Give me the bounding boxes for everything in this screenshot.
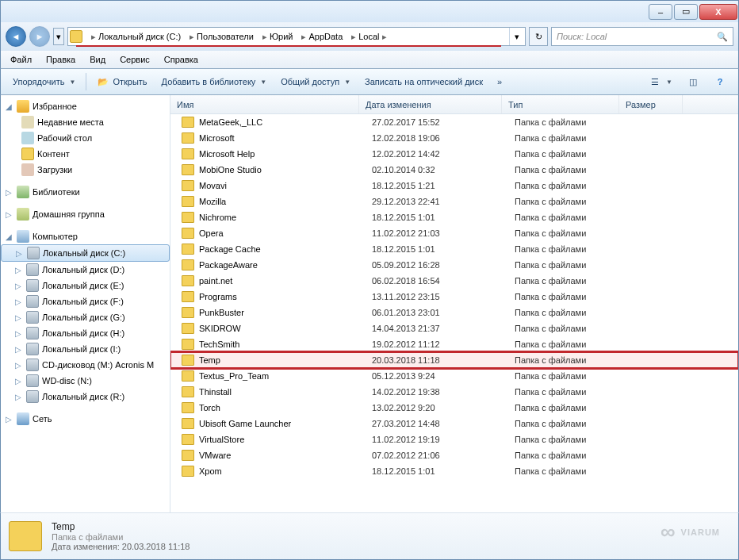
view-icon: ☰ — [649, 75, 661, 88]
file-row[interactable]: Ubisoft Game Launcher27.03.2012 14:48Пап… — [170, 416, 738, 432]
computer-icon — [17, 230, 29, 243]
forward-button[interactable]: ► — [29, 26, 50, 47]
folder-open-icon: 📂 — [97, 75, 109, 88]
crumb-3[interactable]: AppData — [308, 32, 343, 41]
file-row[interactable]: Package Cache18.12.2015 1:01Папка с файл… — [170, 241, 738, 257]
file-row[interactable]: TechSmith19.02.2012 11:12Папка с файлами — [170, 336, 738, 352]
back-button[interactable]: ◄ — [6, 26, 26, 47]
folder-icon — [182, 323, 194, 334]
maximize-button[interactable]: ▭ — [674, 4, 698, 20]
tree-drive[interactable]: ▷Локальный диск (D:) — [1, 262, 170, 278]
tree-network[interactable]: ▷Сеть — [1, 411, 170, 427]
tree-drive[interactable]: ▷Локальный диск (F:) — [1, 293, 170, 309]
refresh-button[interactable]: ↻ — [529, 27, 548, 46]
minimize-button[interactable]: – — [649, 4, 672, 20]
tree-content[interactable]: Контент — [1, 146, 170, 162]
crumb-2[interactable]: Юрий — [270, 32, 293, 41]
history-dropdown[interactable]: ▾ — [53, 28, 64, 45]
folder-icon — [182, 370, 194, 382]
crumb-4[interactable]: Local — [358, 32, 379, 41]
crumb-0[interactable]: Локальный диск (C:) — [98, 32, 181, 41]
tree-drive[interactable]: ▷Локальный диск (R:) — [1, 389, 170, 405]
menu-service[interactable]: Сервис — [113, 53, 156, 66]
file-row[interactable]: Xpom18.12.2015 1:01Папка с файлами — [170, 463, 738, 479]
file-row[interactable]: PunkBuster06.01.2013 23:01Папка с файлам… — [170, 305, 738, 320]
folder-icon — [182, 386, 194, 397]
crumb-1[interactable]: Пользователи — [197, 32, 254, 41]
file-row[interactable]: Nichrome18.12.2015 1:01Папка с файлами — [170, 209, 738, 225]
tree-library[interactable]: ▷Библиотеки — [1, 184, 170, 200]
col-date[interactable]: Дата изменения — [359, 95, 502, 113]
drive-icon — [26, 390, 39, 403]
col-type[interactable]: Тип — [502, 95, 619, 113]
file-list[interactable]: MetaGeek,_LLC27.02.2017 15:52Папка с фай… — [170, 114, 738, 512]
tree-drive[interactable]: ▷Локальный диск (H:) — [1, 325, 170, 341]
file-row[interactable]: Microsoft12.02.2018 19:06Папка с файлами — [170, 130, 738, 146]
file-row[interactable]: SKIDROW14.04.2013 21:37Папка с файлами — [170, 320, 738, 336]
folder-icon — [182, 355, 194, 366]
folder-icon — [182, 132, 194, 144]
view-mode-button[interactable]: ☰▼ — [641, 72, 680, 91]
burn-button[interactable]: Записать на оптический диск — [358, 72, 490, 91]
open-button[interactable]: 📂Открыть — [90, 72, 154, 91]
help-icon: ? — [714, 75, 726, 88]
file-row[interactable]: Microsoft Help12.02.2012 14:42Папка с фа… — [170, 146, 738, 162]
file-row[interactable]: Mozilla29.12.2013 22:41Папка с файлами — [170, 194, 738, 209]
address-dropdown[interactable]: ▾ — [509, 28, 523, 45]
tree-homegroup[interactable]: ▷Домашняя группа — [1, 206, 170, 222]
col-size[interactable]: Размер — [619, 95, 683, 113]
preview-pane-button[interactable]: ◫ — [680, 72, 706, 91]
tree-drive[interactable]: ▷Локальный диск (E:) — [1, 278, 170, 293]
file-row[interactable]: PackageAware05.09.2012 16:28Папка с файл… — [170, 257, 738, 273]
file-row[interactable]: MetaGeek,_LLC27.02.2017 15:52Папка с фай… — [170, 114, 738, 130]
file-row[interactable]: MobiOne Studio02.10.2014 0:32Папка с фай… — [170, 162, 738, 178]
tree-desktop[interactable]: Рабочий стол — [1, 130, 170, 146]
help-button[interactable]: ? — [706, 72, 733, 91]
file-row[interactable]: Temp20.03.2018 11:18Папка с файлами — [170, 352, 738, 368]
details-folder-icon — [9, 521, 42, 551]
folder-icon — [21, 148, 34, 160]
close-button[interactable]: X — [699, 4, 737, 20]
file-row[interactable]: Textus_Pro_Team05.12.2013 9:24Папка с фа… — [170, 368, 738, 384]
search-input[interactable]: Поиск: Local 🔍 — [551, 27, 733, 46]
titlebar: – ▭ X — [0, 0, 739, 22]
menu-view[interactable]: Вид — [83, 53, 112, 66]
file-row[interactable]: Programs13.11.2012 23:15Папка с файлами — [170, 289, 738, 305]
tree-computer[interactable]: ◢Компьютер — [1, 228, 170, 244]
organize-button[interactable]: Упорядочить▼ — [6, 72, 82, 91]
share-button[interactable]: Общий доступ▼ — [274, 72, 358, 91]
menu-help[interactable]: Справка — [158, 53, 205, 66]
toolbar-overflow[interactable]: » — [490, 72, 509, 91]
folder-icon — [182, 466, 194, 477]
watermark: ∞VIARUM — [661, 520, 720, 544]
folder-icon — [182, 291, 194, 302]
drive-icon — [27, 247, 40, 259]
tree-drive[interactable]: ▷Локальный диск (I:) — [1, 341, 170, 357]
tree-favorites[interactable]: ◢Избранное — [1, 98, 170, 114]
menu-file[interactable]: Файл — [4, 53, 38, 66]
col-name[interactable]: Имя — [170, 95, 359, 113]
file-row[interactable]: Opera11.02.2012 21:03Папка с файлами — [170, 225, 738, 241]
file-row[interactable]: Torch13.02.2012 9:20Папка с файлами — [170, 400, 738, 416]
tree-drive[interactable]: ▷CD-дисковод (M:) Acronis M — [1, 357, 170, 373]
tree-drive[interactable]: ▷WD-disc (N:) — [1, 373, 170, 389]
drive-icon — [26, 295, 39, 308]
add-library-button[interactable]: Добавить в библиотеку▼ — [155, 72, 274, 91]
tree-recent[interactable]: Недавние места — [1, 114, 170, 130]
tree-downloads[interactable]: Загрузки — [1, 162, 170, 178]
toolbar: Упорядочить▼ 📂Открыть Добавить в библиот… — [0, 68, 739, 95]
folder-icon — [182, 402, 194, 413]
drive-icon — [26, 311, 39, 324]
menu-edit[interactable]: Правка — [40, 53, 82, 66]
file-row[interactable]: Movavi18.12.2015 1:21Папка с файлами — [170, 178, 738, 194]
file-row[interactable]: paint.net06.02.2018 16:54Папка с файлами — [170, 273, 738, 289]
folder-icon — [182, 339, 194, 350]
main-area: ◢Избранное Недавние места Рабочий стол К… — [0, 95, 739, 512]
nav-tree[interactable]: ◢Избранное Недавние места Рабочий стол К… — [1, 95, 170, 512]
file-row[interactable]: Thinstall14.02.2012 19:38Папка с файлами — [170, 384, 738, 400]
file-row[interactable]: VMware07.02.2012 21:06Папка с файлами — [170, 447, 738, 463]
address-bar[interactable]: ▸Локальный диск (C:) ▸Пользователи ▸Юрий… — [67, 27, 526, 46]
tree-drive[interactable]: ▷Локальный диск (G:) — [1, 309, 170, 325]
file-row[interactable]: VirtualStore11.02.2012 19:19Папка с файл… — [170, 432, 738, 447]
tree-drive[interactable]: ▷Локальный диск (C:) — [1, 244, 170, 262]
